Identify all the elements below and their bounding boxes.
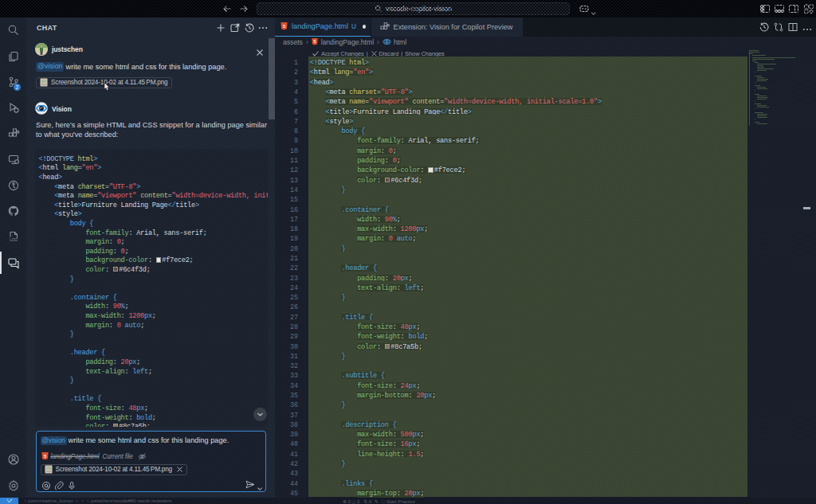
svg-text:LOG: LOG <box>10 238 18 242</box>
svg-text:5: 5 <box>313 39 316 44</box>
